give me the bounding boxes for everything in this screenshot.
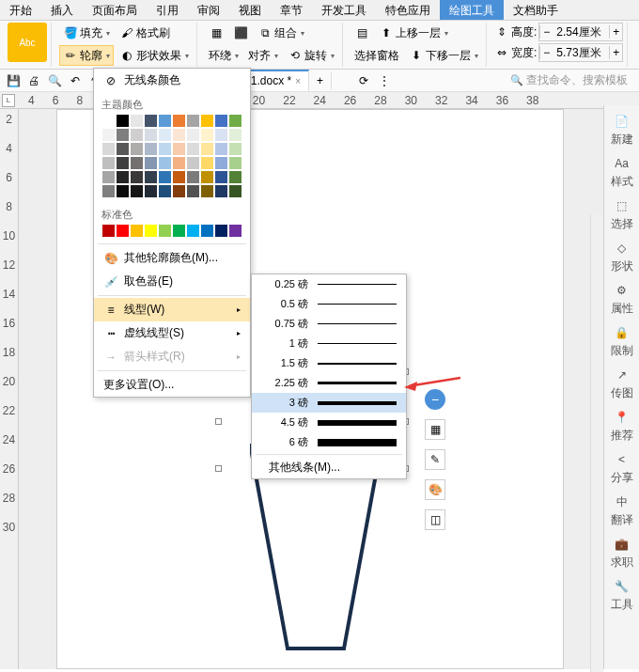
color-swatch[interactable] — [200, 224, 214, 238]
color-swatch[interactable] — [158, 128, 172, 142]
color-swatch[interactable] — [130, 170, 144, 184]
undo-icon[interactable]: ↶ — [68, 73, 83, 88]
rotate-button[interactable]: ⟲旋转▾ — [284, 45, 338, 66]
sidebar-item[interactable]: ⬚选择 — [611, 197, 633, 232]
selection-pane-button[interactable]: ▤ — [351, 23, 373, 43]
color-swatch[interactable] — [228, 224, 242, 238]
preview-icon[interactable]: 🔍 — [47, 73, 62, 88]
color-swatch[interactable] — [144, 128, 158, 142]
tab-0[interactable]: 开始 — [0, 0, 41, 20]
dash-style-item[interactable]: ┅虚线线型(S)▸ — [94, 321, 250, 345]
outline-button[interactable]: ✏轮廓▾ — [59, 45, 114, 66]
tab-9[interactable]: 绘图工具 — [440, 0, 504, 20]
color-swatch[interactable] — [200, 142, 214, 156]
no-line-item[interactable]: ⊘无线条颜色 — [94, 69, 250, 92]
color-swatch[interactable] — [101, 128, 116, 142]
shape-style-preview[interactable]: Abc — [8, 23, 47, 62]
color-swatch[interactable] — [144, 184, 158, 198]
weight-option[interactable]: 4.5 磅 — [252, 413, 406, 432]
color-swatch[interactable] — [200, 184, 214, 198]
tab-1[interactable]: 插入 — [41, 0, 83, 20]
color-swatch[interactable] — [116, 114, 130, 128]
color-swatch[interactable] — [186, 142, 200, 156]
color-swatch[interactable] — [186, 224, 200, 238]
vertical-scrollbar[interactable] — [590, 214, 603, 672]
color-swatch[interactable] — [228, 128, 242, 142]
align-dd-button[interactable]: 对齐▾ — [244, 45, 282, 66]
color-swatch[interactable] — [214, 170, 228, 184]
sidebar-item[interactable]: ↗传图 — [611, 367, 633, 401]
refresh-icon[interactable]: ⟳ — [356, 73, 371, 88]
color-swatch[interactable] — [186, 114, 200, 128]
color-swatch[interactable] — [116, 142, 130, 156]
color-swatch[interactable] — [228, 142, 242, 156]
weight-option[interactable]: 1.5 磅 — [252, 353, 406, 373]
resize-handle[interactable] — [215, 465, 222, 472]
color-swatch[interactable] — [144, 142, 158, 156]
bring-forward-button[interactable]: ⬆上移一层▾ — [375, 23, 452, 43]
color-swatch[interactable] — [144, 114, 158, 128]
weight-option[interactable]: 0.75 磅 — [252, 314, 406, 334]
selection-pane-dd[interactable]: 选择窗格 — [351, 45, 403, 66]
color-swatch[interactable] — [214, 128, 228, 142]
height-input[interactable]: −2.54厘米+ — [538, 23, 623, 41]
color-swatch[interactable] — [130, 156, 144, 170]
more-settings-item[interactable]: 更多设置(O)... — [94, 373, 250, 397]
tab-5[interactable]: 视图 — [229, 0, 271, 20]
color-swatch[interactable] — [200, 170, 214, 184]
sidebar-item[interactable]: 🔒限制 — [611, 324, 633, 359]
color-swatch[interactable] — [116, 184, 130, 198]
color-swatch[interactable] — [172, 142, 186, 156]
color-swatch[interactable] — [158, 224, 172, 238]
sidebar-item[interactable]: ⚙属性 — [611, 282, 633, 317]
weight-option[interactable]: 3 磅 — [252, 393, 406, 413]
color-swatch[interactable] — [228, 114, 242, 128]
tab-3[interactable]: 引用 — [147, 0, 188, 20]
fill-button[interactable]: 🪣填充▾ — [59, 23, 114, 43]
color-swatch[interactable] — [101, 170, 116, 184]
save-icon[interactable]: 💾 — [6, 73, 21, 88]
color-swatch[interactable] — [130, 224, 144, 238]
weight-option[interactable]: 0.5 磅 — [252, 294, 406, 314]
collapse-button[interactable]: − — [425, 389, 445, 410]
color-swatch[interactable] — [158, 156, 172, 170]
color-swatch[interactable] — [200, 128, 214, 142]
color-swatch[interactable] — [158, 114, 172, 128]
more-colors-item[interactable]: 🎨其他轮廓颜色(M)... — [94, 246, 250, 270]
color-swatch[interactable] — [214, 184, 228, 198]
color-swatch[interactable] — [101, 114, 116, 128]
weight-option[interactable]: 2.25 磅 — [252, 373, 406, 393]
align-button[interactable]: ⬛ — [229, 23, 252, 43]
edit-button[interactable]: ✎ — [425, 449, 445, 470]
color-swatch[interactable] — [116, 128, 130, 142]
wrap-dd-button[interactable]: 环绕▾ — [205, 45, 242, 66]
color-swatch[interactable] — [144, 170, 158, 184]
eyedropper-item[interactable]: 💉取色器(E) — [94, 270, 250, 293]
color-swatch[interactable] — [130, 142, 144, 156]
more-lines-item[interactable]: 其他线条(M)... — [252, 457, 406, 478]
tab-10[interactable]: 文档助手 — [504, 0, 568, 20]
color-swatch[interactable] — [228, 170, 242, 184]
tab-8[interactable]: 特色应用 — [376, 0, 440, 20]
color-swatch[interactable] — [172, 170, 186, 184]
layout-button[interactable]: ▦ — [425, 419, 445, 440]
width-input[interactable]: −5.73厘米+ — [538, 43, 623, 62]
weight-option[interactable]: 0.25 磅 — [252, 274, 406, 294]
color-swatch[interactable] — [116, 170, 130, 184]
group-button[interactable]: ⧉组合▾ — [254, 23, 308, 43]
width-decrement[interactable]: − — [539, 46, 553, 59]
color-swatch[interactable] — [200, 114, 214, 128]
search-input[interactable]: 🔍 查找命令、搜索模板 — [505, 70, 633, 90]
color-swatch[interactable] — [214, 114, 228, 128]
color-swatch[interactable] — [172, 224, 186, 238]
color-swatch[interactable] — [172, 128, 186, 142]
sidebar-item[interactable]: ◇形状 — [611, 240, 633, 274]
color-swatch[interactable] — [130, 184, 144, 198]
color-swatch[interactable] — [228, 156, 242, 170]
sidebar-item[interactable]: 📍推荐 — [611, 409, 633, 444]
sidebar-item[interactable]: 💼求职 — [611, 536, 633, 570]
weight-option[interactable]: 6 磅 — [252, 432, 406, 452]
color-swatch[interactable] — [228, 184, 242, 198]
color-swatch[interactable] — [172, 156, 186, 170]
print-icon[interactable]: 🖨 — [26, 73, 41, 88]
